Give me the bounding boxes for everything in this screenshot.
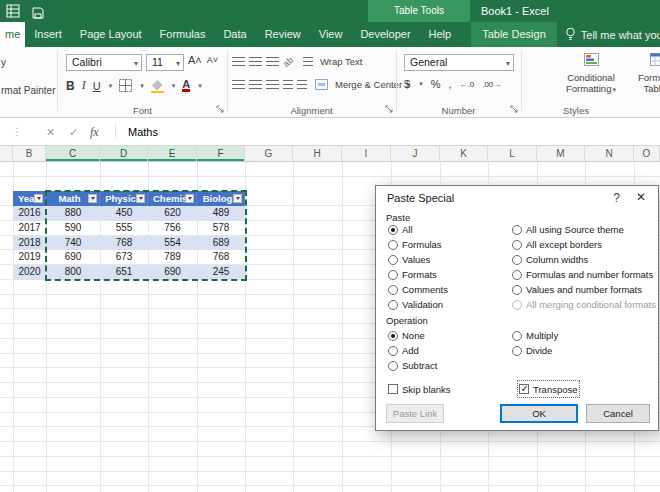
number-dialog-launcher[interactable]: [510, 104, 518, 115]
formula-enter-button[interactable]: ✓: [69, 118, 78, 146]
radio-multiply[interactable]: Multiply: [512, 328, 558, 343]
column-header-F[interactable]: F: [197, 146, 245, 161]
tab-insert[interactable]: Insert: [25, 22, 71, 47]
header-cell-biology[interactable]: Biolog: [197, 191, 245, 206]
font-name-combo[interactable]: Calibri: [66, 54, 142, 71]
radio-formats[interactable]: Formats: [388, 267, 448, 282]
filter-dropdown-icon[interactable]: [185, 194, 194, 203]
tell-me[interactable]: Tell me what you want to do: [565, 22, 660, 47]
tab-table-design[interactable]: Table Design: [471, 22, 557, 47]
align-middle-icon[interactable]: [249, 57, 262, 67]
cell[interactable]: 450: [100, 206, 148, 221]
cell[interactable]: 690: [46, 250, 100, 265]
cell[interactable]: 689: [197, 236, 245, 251]
cell[interactable]: 789: [148, 250, 197, 265]
increase-indent-icon[interactable]: [297, 80, 307, 90]
font-size-combo[interactable]: 11: [146, 54, 184, 71]
accounting-format-button[interactable]: $: [404, 78, 410, 90]
save-icon[interactable]: [32, 5, 44, 23]
copy-button-partial[interactable]: y: [1, 57, 6, 68]
tab-view[interactable]: View: [310, 22, 352, 47]
column-header-L[interactable]: L: [488, 146, 537, 161]
accounting-dropdown-caret[interactable]: ▾: [419, 80, 423, 88]
radio-all-using-source-theme[interactable]: All using Source theme: [512, 222, 656, 237]
cell[interactable]: 740: [46, 236, 100, 251]
align-bottom-icon[interactable]: [266, 57, 279, 67]
radio-subtract[interactable]: Subtract: [388, 358, 437, 373]
cell[interactable]: 2020: [13, 265, 46, 280]
filter-dropdown-icon[interactable]: [233, 194, 242, 203]
header-cell-year[interactable]: Year: [13, 191, 46, 206]
underline-button[interactable]: U: [93, 80, 101, 92]
radio-divide[interactable]: Divide: [512, 343, 558, 358]
grow-font-button[interactable]: A˄: [188, 54, 202, 66]
radio-values-and-number-formats[interactable]: Values and number formats: [512, 282, 656, 297]
borders-dropdown-caret[interactable]: ▾: [140, 82, 144, 90]
skip-blanks-checkbox[interactable]: Skip blanks: [388, 382, 451, 396]
fill-color-button[interactable]: [151, 79, 164, 93]
radio-all-except-borders[interactable]: All except borders: [512, 237, 656, 252]
column-header-G[interactable]: G: [245, 146, 293, 161]
filter-dropdown-icon[interactable]: [136, 194, 145, 203]
cell[interactable]: 756: [148, 221, 197, 236]
column-header-H[interactable]: H: [293, 146, 342, 161]
cell[interactable]: 880: [46, 206, 100, 221]
column-header-O[interactable]: O: [634, 146, 660, 161]
cell[interactable]: 2017: [13, 221, 46, 236]
column-header-K[interactable]: K: [440, 146, 488, 161]
column-header-M[interactable]: M: [537, 146, 585, 161]
tab-help[interactable]: Help: [420, 22, 461, 47]
shrink-font-button[interactable]: A˅: [207, 55, 218, 65]
formula-cancel-button[interactable]: ✕: [46, 118, 55, 146]
format-painter-button-partial[interactable]: rmat Painter: [1, 85, 55, 96]
conditional-formatting-button[interactable]: Conditional Formatting▾: [557, 51, 625, 95]
filter-dropdown-icon[interactable]: [34, 194, 43, 203]
column-header-I[interactable]: I: [342, 146, 391, 161]
cell[interactable]: 2016: [13, 206, 46, 221]
italic-button[interactable]: I: [82, 78, 86, 93]
column-header-B[interactable]: B: [13, 146, 46, 161]
bold-button[interactable]: B: [66, 79, 75, 93]
cell[interactable]: 578: [197, 221, 245, 236]
wrap-text-icon[interactable]: [303, 57, 313, 67]
borders-button[interactable]: [119, 79, 132, 92]
underline-dropdown-caret[interactable]: ▾: [109, 82, 113, 90]
header-cell-physics[interactable]: Physic: [100, 191, 148, 206]
increase-decimal-button[interactable]: ←.0: [459, 80, 474, 89]
radio-comments[interactable]: Comments: [388, 282, 448, 297]
orientation-icon[interactable]: ab: [281, 54, 295, 68]
cell[interactable]: 590: [46, 221, 100, 236]
radio-values[interactable]: Values: [388, 252, 448, 267]
cell[interactable]: 555: [100, 221, 148, 236]
cell[interactable]: 620: [148, 206, 197, 221]
align-top-icon[interactable]: [232, 57, 245, 67]
cell[interactable]: 673: [100, 250, 148, 265]
dialog-close-button[interactable]: ✕: [636, 190, 646, 204]
radio-formulas-and-number-formats[interactable]: Formulas and number formats: [512, 267, 656, 282]
radio-none[interactable]: None: [388, 328, 437, 343]
ok-button[interactable]: OK: [500, 404, 578, 423]
cell[interactable]: 2018: [13, 236, 46, 251]
column-header-J[interactable]: J: [391, 146, 440, 161]
insert-function-button[interactable]: fx: [90, 118, 99, 146]
radio-all[interactable]: All: [388, 222, 448, 237]
cell[interactable]: 768: [197, 250, 245, 265]
cell[interactable]: 651: [100, 265, 148, 280]
font-dialog-launcher[interactable]: [216, 104, 224, 115]
comma-style-button[interactable]: ,: [448, 78, 451, 90]
header-cell-chemistry[interactable]: Chemis: [148, 191, 197, 206]
decrease-decimal-button[interactable]: .00→: [482, 80, 501, 89]
radio-column-widths[interactable]: Column widths: [512, 252, 656, 267]
cell[interactable]: 554: [148, 236, 197, 251]
cell[interactable]: 690: [148, 265, 197, 280]
cell[interactable]: 768: [100, 236, 148, 251]
cancel-button[interactable]: Cancel: [586, 404, 650, 423]
tab-data[interactable]: Data: [214, 22, 255, 47]
radio-validation[interactable]: Validation: [388, 297, 448, 312]
tab-home-partial[interactable]: me: [0, 22, 25, 47]
transpose-checkbox[interactable]: Transpose: [519, 382, 578, 396]
align-center-icon[interactable]: [249, 80, 262, 90]
cell[interactable]: 489: [197, 206, 245, 221]
cell[interactable]: 800: [46, 265, 100, 280]
tab-formulas[interactable]: Formulas: [151, 22, 215, 47]
